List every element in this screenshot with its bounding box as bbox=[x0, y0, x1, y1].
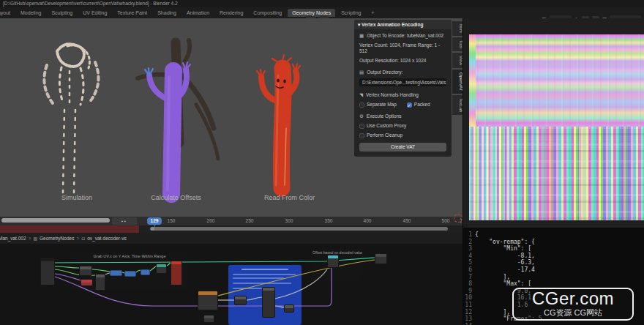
sidebar-tab-item[interactable]: Item bbox=[452, 21, 463, 36]
sidebar-tabs: Item Tool View OpenVAT TexLab bbox=[452, 21, 463, 115]
checkbox-unchecked-icon bbox=[359, 133, 364, 138]
small-node[interactable] bbox=[203, 315, 214, 323]
tick-450: 450 bbox=[403, 218, 411, 223]
vertex-count: Vertex Count: 1024, Frame Range: 1 - 512 bbox=[359, 42, 446, 54]
normals-label: Vertex Normals Handling bbox=[366, 92, 419, 98]
frame-node-1[interactable] bbox=[234, 296, 247, 305]
tick-350: 350 bbox=[325, 218, 333, 223]
viewport-3d[interactable]: Simulation Calculate Offsets Read From C… bbox=[0, 18, 463, 217]
code-line: ], bbox=[475, 309, 510, 316]
node-editor[interactable]: Man_vat.002 > ▧ GeometryNodes > ⊡ ov_vat… bbox=[0, 233, 463, 325]
current-frame-badge[interactable]: 129 bbox=[147, 217, 162, 225]
line-number: 9 bbox=[463, 288, 475, 295]
label-read-from-color: Read From Color bbox=[251, 194, 328, 201]
keyframe-jump-buttons[interactable]: ▪▪ bbox=[112, 217, 137, 225]
chevron-down-icon: ▾ bbox=[358, 22, 360, 27]
vat-texture-bottom-edge bbox=[469, 127, 512, 220]
vat-texture-top-edge bbox=[469, 34, 476, 127]
vector-node-3[interactable] bbox=[141, 269, 150, 275]
input-node-red[interactable] bbox=[80, 279, 93, 286]
tab-compositing[interactable]: Compositing bbox=[249, 9, 286, 17]
tab-animation[interactable]: Animation bbox=[182, 9, 214, 17]
tick-250: 250 bbox=[246, 218, 254, 223]
tick-200: 200 bbox=[207, 218, 215, 223]
line-number: 5 bbox=[463, 259, 475, 266]
watermark-subtitle: CG资源 CG网站 bbox=[514, 308, 632, 318]
timeline: 0 50 100 150 200 250 300 350 400 450 500… bbox=[0, 217, 463, 233]
code-line: "ov-remap": { bbox=[475, 239, 535, 246]
code-line: { bbox=[475, 231, 479, 239]
editor-divider-horizontal bbox=[463, 228, 644, 228]
folder-icon: ▤ bbox=[359, 70, 364, 75]
object-icon: ▦ bbox=[359, 33, 364, 39]
tab-modeling[interactable]: Modeling bbox=[16, 9, 45, 17]
vat-panel-header[interactable]: ▾ Vertex Animation Encoding bbox=[354, 20, 452, 29]
execute-options-label: Execute Options bbox=[367, 113, 402, 119]
perform-cleanup-checkbox[interactable]: Perform Cleanup bbox=[359, 132, 402, 138]
tab-sculpting[interactable]: Sculpting bbox=[47, 9, 77, 17]
tab-rendering[interactable]: Rendering bbox=[215, 9, 247, 17]
separate-map-checkbox[interactable]: Separate Map bbox=[359, 102, 397, 108]
line-number: 2 bbox=[463, 239, 475, 246]
line-number: 1 bbox=[463, 231, 475, 239]
decode-node[interactable] bbox=[327, 255, 339, 268]
line-number: 3 bbox=[463, 245, 475, 253]
use-custom-proxy-label: Use Custom Proxy bbox=[367, 123, 406, 129]
packed-checkbox[interactable]: ✓ Packed bbox=[407, 102, 430, 108]
code-line: -8.1, bbox=[475, 253, 535, 260]
sidebar-tab-texlab[interactable]: TexLab bbox=[452, 95, 463, 115]
vat-panel: ▾ Vertex Animation Encoding ▦ Object To … bbox=[354, 20, 452, 157]
use-custom-proxy-checkbox[interactable]: Use Custom Proxy bbox=[359, 123, 406, 129]
line-number: 11 bbox=[463, 302, 475, 309]
tab-uv-editing[interactable]: UV Editing bbox=[78, 9, 111, 17]
image-editor[interactable] bbox=[463, 18, 644, 228]
group-output-node[interactable] bbox=[375, 253, 387, 264]
tick-150: 150 bbox=[168, 218, 176, 223]
timeline-scrollbar[interactable] bbox=[150, 227, 448, 231]
frame-node-3[interactable] bbox=[284, 305, 294, 313]
gear-icon: ⚙ bbox=[359, 113, 364, 119]
output-resolution: Output Resolution: 1024 x 1024 bbox=[359, 58, 426, 64]
vector-node-1[interactable] bbox=[110, 270, 122, 276]
perform-cleanup-label: Perform Cleanup bbox=[367, 132, 402, 138]
node-wires bbox=[0, 233, 463, 325]
line-number: 13 bbox=[463, 315, 475, 323]
vector-node-2[interactable] bbox=[124, 271, 136, 277]
line-number: 6 bbox=[463, 266, 475, 274]
math-node[interactable] bbox=[79, 266, 92, 276]
sidebar-tab-view[interactable]: View bbox=[452, 53, 463, 68]
output-directory-field[interactable]: D:\Extensions\Ope...testing\Assets\Vats bbox=[359, 78, 446, 86]
checkbox-unchecked-icon bbox=[359, 124, 364, 129]
watermark: CGer.com CG资源 CG网站 bbox=[512, 288, 634, 321]
packed-label: Packed bbox=[414, 102, 430, 108]
add-workspace-button[interactable]: + bbox=[367, 9, 378, 17]
label-calculate-offsets: Calculate Offsets bbox=[134, 194, 218, 201]
label-simulation: Simulation bbox=[44, 194, 110, 201]
create-vat-button[interactable]: Create VAT bbox=[359, 143, 446, 152]
line-number: 7 bbox=[463, 274, 475, 281]
separate-node[interactable] bbox=[95, 274, 105, 291]
tab-scripting[interactable]: Scripting bbox=[337, 9, 365, 17]
normals-icon: ◥ bbox=[359, 92, 363, 98]
code-line: -17.4 bbox=[475, 266, 535, 274]
line-number: 4 bbox=[463, 253, 475, 260]
tab-texture-paint[interactable]: Texture Paint bbox=[113, 9, 151, 17]
sidebar-tab-openvat[interactable]: OpenVAT bbox=[452, 70, 463, 94]
vat-panel-title: Vertex Animation Encoding bbox=[362, 22, 423, 27]
timeline-ruler[interactable]: 0 50 100 150 200 250 300 350 400 450 500… bbox=[0, 217, 463, 225]
timeline-slider[interactable] bbox=[1, 218, 110, 223]
line-number: 12 bbox=[463, 309, 475, 316]
frame-node-2[interactable] bbox=[262, 287, 275, 318]
image-texture-node[interactable] bbox=[198, 291, 218, 310]
error-node[interactable] bbox=[171, 261, 182, 285]
separate-map-label: Separate Map bbox=[367, 102, 397, 108]
code-line: "Min": [ bbox=[475, 245, 531, 253]
converter-node[interactable] bbox=[156, 264, 167, 274]
code-line: ], bbox=[475, 274, 510, 281]
tab-layout[interactable]: Layout bbox=[0, 9, 15, 17]
group-input-node[interactable] bbox=[40, 258, 55, 285]
scrollbar-handle[interactable] bbox=[151, 227, 154, 231]
tab-shading[interactable]: Shading bbox=[153, 9, 181, 17]
tick-500: 500 bbox=[442, 218, 450, 223]
sidebar-tab-tool[interactable]: Tool bbox=[452, 37, 463, 51]
